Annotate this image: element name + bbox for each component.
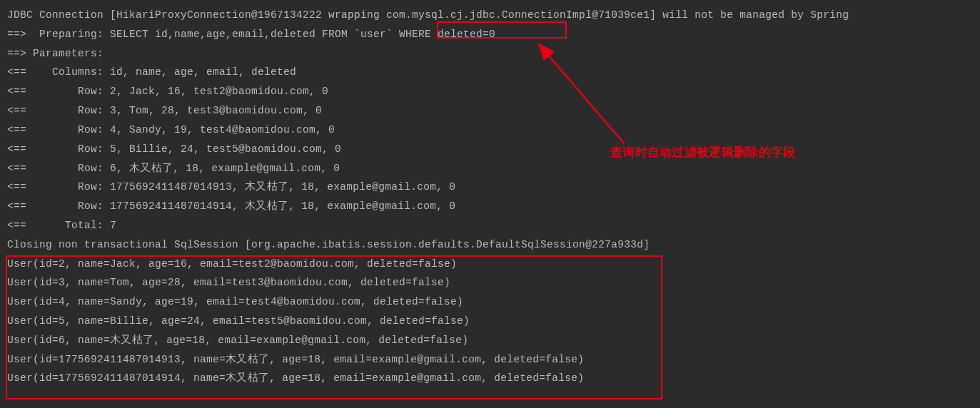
log-line: <== Columns: id, name, age, email, delet… [7, 63, 973, 82]
log-line: <== Row: 1775692411487014914, 木又枯了, 18, … [7, 197, 973, 216]
log-line: JDBC Connection [HikariProxyConnection@1… [7, 6, 973, 25]
log-line: <== Total: 7 [7, 216, 973, 235]
log-line: <== Row: 2, Jack, 16, test2@baomidou.com… [7, 82, 973, 101]
annotation-label: 查询时自动过滤被逻辑删除的字段 [610, 141, 796, 163]
log-line: ==> Parameters: [7, 44, 973, 63]
log-line: ==> Preparing: SELECT id,name,age,email,… [7, 25, 973, 44]
log-line: User(id=1775692411487014914, name=木又枯了, … [7, 369, 973, 388]
log-line: Closing non transactional SqlSession [or… [7, 235, 973, 255]
log-line: User(id=2, name=Jack, age=16, email=test… [7, 255, 973, 274]
log-line: <== Row: 4, Sandy, 19, test4@baomidou.co… [7, 121, 973, 140]
console-output: JDBC Connection [HikariProxyConnection@1… [7, 6, 973, 388]
log-line: <== Row: 1775692411487014913, 木又枯了, 18, … [7, 178, 973, 197]
log-line: <== Row: 5, Billie, 24, test5@baomidou.c… [7, 140, 973, 159]
log-line: User(id=6, name=木又枯了, age=18, email=exam… [7, 331, 973, 350]
log-line: User(id=4, name=Sandy, age=19, email=tes… [7, 292, 973, 312]
log-line: User(id=1775692411487014913, name=木又枯了, … [7, 350, 973, 369]
log-line: User(id=3, name=Tom, age=28, email=test3… [7, 273, 973, 292]
log-line: <== Row: 3, Tom, 28, test3@baomidou.com,… [7, 101, 973, 121]
log-line: User(id=5, name=Billie, age=24, email=te… [7, 312, 973, 331]
log-line: <== Row: 6, 木又枯了, 18, example@gmail.com,… [7, 159, 973, 178]
